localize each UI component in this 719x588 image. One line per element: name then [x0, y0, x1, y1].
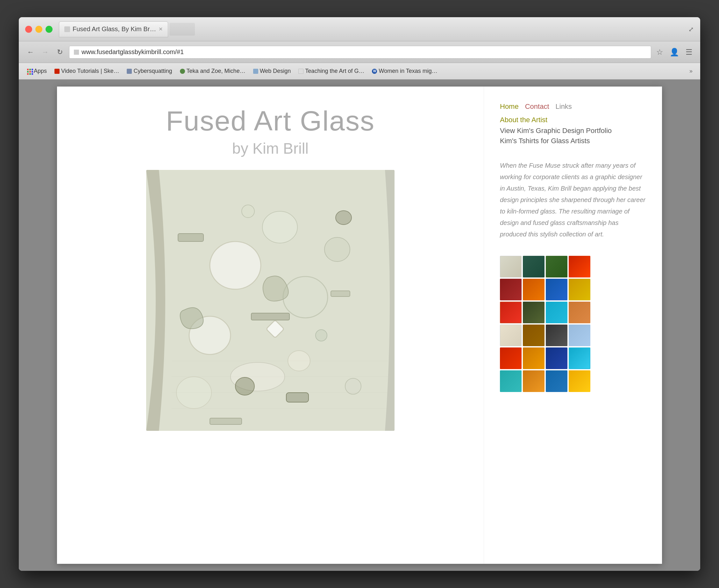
thumb-12[interactable]	[569, 302, 591, 323]
nav-about-artist[interactable]: About the Artist	[500, 116, 646, 124]
tab-favicon	[64, 26, 70, 32]
video-tutorials-favicon	[55, 69, 60, 74]
art-panel: Fused Art Glass by Kim Brill	[57, 87, 484, 564]
expand-icon: ⤢	[688, 25, 694, 33]
page-area: Fused Art Glass by Kim Brill	[19, 80, 700, 571]
svg-point-9	[242, 205, 255, 218]
cybersquatting-favicon	[127, 69, 132, 74]
thumb-9[interactable]	[500, 302, 522, 323]
teka-favicon	[180, 69, 185, 74]
main-art-image	[146, 170, 395, 431]
bookmark-teaching[interactable]: Teaching the Art of G…	[295, 66, 367, 76]
thumb-16[interactable]	[569, 324, 591, 346]
url-text: www.fusedartglassbykimbrill.com/#1	[81, 48, 184, 56]
svg-point-6	[324, 237, 350, 261]
thumb-3[interactable]	[546, 256, 567, 277]
thumb-5[interactable]	[500, 279, 522, 300]
artist-description: When the Fuse Muse struck after many yea…	[500, 160, 646, 240]
bookmark-teka-label: Teka and Zoe, Miche…	[186, 68, 245, 75]
site-content: Fused Art Glass by Kim Brill	[57, 87, 662, 564]
svg-point-4	[283, 276, 328, 318]
thumb-23[interactable]	[546, 370, 567, 392]
browser-window: Fused Art Glass, By Kim Br… ✕ ⤢ ← → ↻ ww…	[19, 17, 700, 571]
svg-rect-14	[331, 291, 350, 297]
svg-rect-15	[210, 418, 242, 424]
site-nav: Home Contact Links	[500, 102, 646, 111]
thumb-15[interactable]	[546, 324, 567, 346]
bookmark-webdesign-label: Web Design	[260, 68, 291, 75]
thumb-10[interactable]	[523, 302, 544, 323]
bookmark-video-label: Video Tutorials | Ske…	[61, 68, 119, 75]
svg-rect-12	[178, 234, 203, 241]
teaching-favicon	[298, 69, 303, 74]
menu-button[interactable]: ☰	[684, 46, 694, 58]
thumb-6[interactable]	[523, 279, 544, 300]
thumb-24[interactable]	[569, 370, 591, 392]
thumb-7[interactable]	[546, 279, 567, 300]
thumb-13[interactable]	[500, 324, 522, 346]
thumb-14[interactable]	[523, 324, 544, 346]
nav-tshirts[interactable]: Kim's Tshirts for Glass Artists	[500, 137, 646, 145]
tab-bar: Fused Art Glass, By Kim Br… ✕ ⤢	[59, 21, 694, 37]
bookmark-star-button[interactable]: ☆	[655, 46, 664, 58]
bookmark-apps[interactable]: Apps	[24, 66, 50, 76]
info-panel: Home Contact Links About the Artist View…	[484, 87, 662, 564]
window-controls	[25, 26, 53, 33]
svg-point-21	[235, 377, 255, 395]
minimize-button[interactable]	[35, 26, 42, 33]
url-bar[interactable]: www.fusedartglassbykimbrill.com/#1	[69, 46, 651, 59]
svg-rect-13	[251, 313, 289, 320]
thumb-11[interactable]	[546, 302, 567, 323]
glass-art-svg	[146, 170, 395, 431]
bookmark-video-tutorials[interactable]: Video Tutorials | Ske…	[51, 66, 122, 76]
bookmark-teaching-label: Teaching the Art of G…	[305, 68, 364, 75]
page-content: Fused Art Glass by Kim Brill	[57, 87, 662, 564]
thumb-22[interactable]	[523, 370, 544, 392]
reload-button[interactable]: ↻	[55, 47, 65, 58]
thumb-21[interactable]	[500, 370, 522, 392]
nav-home[interactable]: Home	[500, 102, 519, 111]
svg-point-10	[316, 330, 327, 341]
bookmark-apps-label: Apps	[34, 68, 47, 75]
apps-favicon	[27, 69, 32, 74]
svg-rect-23	[286, 393, 308, 402]
bookmarks-bar: Apps Video Tutorials | Ske… Cybersquatti…	[19, 63, 700, 80]
nav-contact[interactable]: Contact	[525, 102, 549, 111]
person-icon-button[interactable]: 👤	[668, 46, 680, 58]
thumbnail-grid	[500, 256, 646, 392]
svg-point-11	[345, 378, 361, 394]
thumb-20[interactable]	[569, 348, 591, 369]
active-tab[interactable]: Fused Art Glass, By Kim Br… ✕	[59, 21, 168, 37]
bookmark-web-design[interactable]: Web Design	[250, 66, 294, 76]
svg-point-22	[336, 211, 352, 225]
nav-portfolio[interactable]: View Kim's Graphic Design Portfolio	[500, 127, 646, 135]
bookmark-teka-zoe[interactable]: Teka and Zoe, Miche…	[177, 66, 249, 76]
maximize-button[interactable]	[45, 26, 53, 33]
thumb-19[interactable]	[546, 348, 567, 369]
site-subtitle: by Kim Brill	[232, 140, 308, 157]
svg-point-3	[262, 211, 297, 243]
svg-point-1	[210, 241, 261, 289]
tab-title: Fused Art Glass, By Kim Br…	[73, 25, 156, 33]
thumb-8[interactable]	[569, 279, 591, 300]
thumb-2[interactable]	[523, 256, 544, 277]
back-button[interactable]: ←	[25, 47, 36, 58]
forward-button[interactable]: →	[40, 47, 51, 58]
url-favicon	[74, 50, 79, 55]
thumb-18[interactable]	[523, 348, 544, 369]
address-bar: ← → ↻ www.fusedartglassbykimbrill.com/#1…	[19, 41, 700, 63]
thumb-4[interactable]	[569, 256, 591, 277]
bookmark-cybersquatting[interactable]: Cybersquatting	[123, 66, 175, 76]
bookmarks-more-button[interactable]: »	[687, 66, 695, 76]
women-texas-favicon: W	[372, 69, 377, 74]
thumb-17[interactable]	[500, 348, 522, 369]
close-button[interactable]	[25, 26, 32, 33]
site-title: Fused Art Glass	[166, 106, 375, 136]
tab-close-button[interactable]: ✕	[159, 26, 163, 32]
nav-links[interactable]: Links	[556, 102, 572, 111]
thumb-1[interactable]	[500, 256, 522, 277]
bookmark-women-texas[interactable]: W Women in Texas mig…	[369, 66, 440, 76]
new-tab-area[interactable]	[169, 23, 195, 36]
bookmark-cyber-label: Cybersquatting	[134, 68, 172, 75]
bookmark-women-label: Women in Texas mig…	[379, 68, 437, 75]
